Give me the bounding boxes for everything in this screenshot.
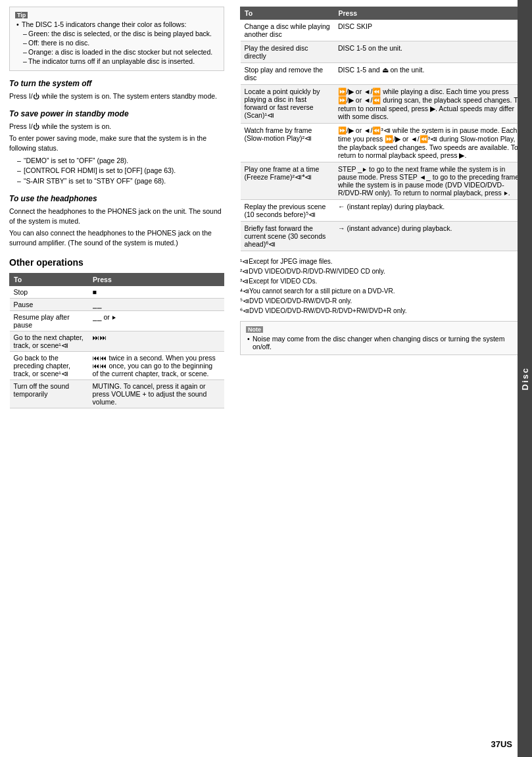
tip-sub-list: Green: the disc is selected, or the disc…	[16, 30, 218, 65]
left-table-cell-to: Pause	[10, 298, 89, 310]
right-table-cell-to: Watch frame by frame (Slow-motion Play)²…	[241, 124, 334, 162]
headphones-body2: You can also connect the headphones to t…	[9, 228, 224, 247]
right-table-cell-to: Stop play and remove the disc	[241, 63, 334, 85]
right-table-row: Replay the previous scene (10 seconds be…	[241, 200, 525, 222]
right-table-cell-press: ← (instant replay) during playback.	[334, 200, 525, 222]
right-table-cell-to: Play the desired disc directly	[241, 41, 334, 63]
save-power-body1: Press I/⏻ while the system is on.	[9, 122, 224, 132]
headphones-body1: Connect the headphones to the PHONES jac…	[9, 207, 224, 226]
left-table-header-press: Press	[89, 273, 224, 285]
right-table-row: Change a disc while playing another disc…	[241, 20, 525, 41]
right-table-cell-press: ⏩/▶ or ◄/⏪³⧏ while the system is in paus…	[334, 124, 525, 162]
footnote-item: ¹⧏Except for JPEG image files.	[240, 256, 525, 266]
tip-item-4: The indicator turns off if an unplayable…	[23, 57, 218, 65]
left-table-cell-to: Turn off the sound temporarily	[10, 379, 89, 408]
left-column: The DISC 1-5 indicators change their col…	[0, 0, 233, 757]
save-power-item-3: “S-AIR STBY” is set to “STBY OFF” (page …	[17, 176, 224, 186]
save-power-item-1: “DEMO” is set to “OFF” (page 28).	[17, 156, 224, 166]
left-table-header-to: To	[10, 273, 89, 285]
right-table-cell-to: Briefly fast forward the current scene (…	[241, 222, 334, 251]
other-ops-heading: Other operations	[9, 257, 224, 268]
left-table-cell-press: ⏭⏭	[89, 331, 224, 351]
right-table-header-press: Press	[334, 7, 525, 20]
footnotes: ¹⧏Except for JPEG image files.²⧏DVD VIDE…	[240, 256, 525, 316]
left-table-row: Pause⎯⎯	[10, 298, 224, 310]
footnote-item: ⁴⧏You cannot search for a still picture …	[240, 286, 525, 296]
right-table-header-to: To	[241, 7, 334, 20]
disc-label-container: Disc	[518, 0, 532, 757]
footnote-item: ⁶⧏DVD VIDEO/DVD-RW/DVD-R/DVD+RW/DVD+R on…	[240, 306, 525, 316]
tip-label	[15, 11, 218, 18]
right-table-row: Stop play and remove the discDISC 1-5 an…	[241, 63, 525, 85]
note-label	[246, 326, 520, 333]
left-table-row: Go to the next chapter, track, or scene¹…	[10, 331, 224, 351]
right-table-cell-press: DISC 1-5 on the unit.	[334, 41, 525, 63]
left-table-cell-to: Go to the next chapter, track, or scene¹…	[10, 331, 89, 351]
tip-list: The DISC 1-5 indicators change their col…	[15, 20, 218, 65]
page-container: The DISC 1-5 indicators change their col…	[0, 0, 532, 757]
left-table-row: Stop■	[10, 285, 224, 298]
right-table-cell-press: DISC 1-5 and ⏏ on the unit.	[334, 63, 525, 85]
save-power-item-2: [CONTROL FOR HDMI] is set to [OFF] (page…	[17, 166, 224, 176]
left-table-cell-press: ■	[89, 285, 224, 298]
right-table-cell-press: → (instant advance) during playback.	[334, 222, 525, 251]
headphones-heading: To use the headphones	[9, 194, 224, 203]
right-table-cell-press: ⏩/▶ or ◄/⏪ while playing a disc. Each ti…	[334, 85, 525, 124]
page-number: 37US	[491, 739, 512, 749]
right-ops-table: To Press Change a disc while playing ano…	[240, 7, 525, 251]
footnote-item: ⁵⧏DVD VIDEO/DVD-RW/DVD-R only.	[240, 296, 525, 306]
right-table-cell-to: Change a disc while playing another disc	[241, 20, 334, 41]
right-table-row: Briefly fast forward the current scene (…	[241, 222, 525, 251]
note-list: Noise may come from the disc changer whe…	[246, 335, 520, 351]
note-box: Noise may come from the disc changer whe…	[240, 321, 525, 355]
right-table-cell-to: Locate a point quickly by playing a disc…	[241, 85, 334, 124]
right-table-row: Play the desired disc directlyDISC 1-5 o…	[241, 41, 525, 63]
left-ops-table: To Press Stop■Pause⎯⎯Resume play after p…	[9, 273, 224, 408]
left-table-cell-to: Stop	[10, 285, 89, 298]
right-column: To Press Change a disc while playing ano…	[233, 0, 532, 757]
left-table-cell-press: MUTING. To cancel, press it again or pre…	[89, 379, 224, 408]
right-table-cell-to: Play one frame at a time (Freeze Frame)²…	[241, 162, 334, 200]
save-power-heading: To save power in standby mode	[9, 109, 224, 118]
left-table-cell-to: Go back to the preceding chapter, track,…	[10, 351, 89, 379]
left-table-cell-press: ⎯⎯	[89, 298, 224, 310]
right-table-cell-press: STEP ⎯▶ to go to the next frame while th…	[334, 162, 525, 200]
tip-item-2: Off: there is no disc.	[23, 39, 218, 47]
footnote-item: ²⧏DVD VIDEO/DVD-R/DVD-RW/VIDEO CD only.	[240, 266, 525, 276]
right-table-row: Play one frame at a time (Freeze Frame)²…	[241, 162, 525, 200]
left-table-cell-press: ⏮⏮ twice in a second. When you press ⏮⏮ …	[89, 351, 224, 379]
save-power-body2: To enter power saving mode, make sure th…	[9, 134, 224, 153]
tip-item-1: Green: the disc is selected, or the disc…	[23, 30, 218, 37]
footnote-item: ³⧏Except for VIDEO CDs.	[240, 276, 525, 286]
left-table-row: Resume play after pause⎯⎯ or ▶	[10, 310, 224, 331]
turn-off-body: Press I/⏻ while the system is on. The sy…	[9, 91, 224, 101]
tip-box: The DISC 1-5 indicators change their col…	[9, 7, 224, 71]
left-table-cell-press: ⎯⎯ or ▶	[89, 310, 224, 331]
left-table-row: Turn off the sound temporarilyMUTING. To…	[10, 379, 224, 408]
tip-item-3: Orange: a disc is loaded in the disc sto…	[23, 48, 218, 56]
right-table-row: Locate a point quickly by playing a disc…	[241, 85, 525, 124]
left-table-cell-to: Resume play after pause	[10, 310, 89, 331]
right-table-row: Watch frame by frame (Slow-motion Play)²…	[241, 124, 525, 162]
tip-intro: The DISC 1-5 indicators change their col…	[16, 20, 218, 28]
right-table-cell-to: Replay the previous scene (10 seconds be…	[241, 200, 334, 222]
left-table-row: Go back to the preceding chapter, track,…	[10, 351, 224, 379]
right-table-cell-press: DISC SKIP	[334, 20, 525, 41]
disc-label: Disc	[520, 367, 530, 390]
note-item: Noise may come from the disc changer whe…	[247, 335, 520, 351]
save-power-list: “DEMO” is set to “OFF” (page 28). [CONTR…	[9, 156, 224, 186]
turn-off-heading: To turn the system off	[9, 79, 224, 88]
